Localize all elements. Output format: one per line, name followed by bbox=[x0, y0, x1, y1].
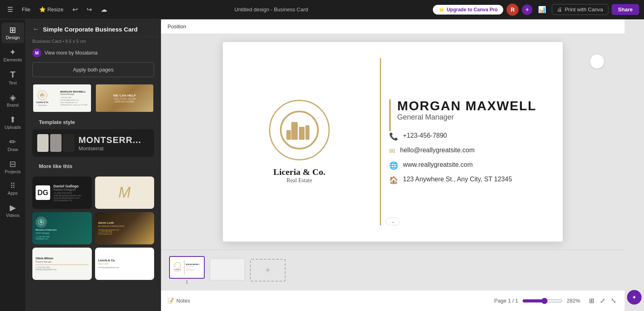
swatch-mid bbox=[50, 134, 61, 152]
resize-button[interactable]: ⭐ Resize bbox=[37, 5, 66, 14]
uploads-icon: ⬆ bbox=[9, 116, 16, 124]
thumb-logo bbox=[174, 262, 181, 269]
back-button[interactable]: ← bbox=[32, 25, 40, 34]
thumb-tagline: Real Estate bbox=[175, 271, 180, 272]
sidebar-item-uploads[interactable]: ⬆ Uploads bbox=[2, 112, 24, 133]
menu-button[interactable]: ☰ bbox=[5, 4, 15, 15]
share-button[interactable]: Share bbox=[612, 4, 639, 15]
more-card-teal[interactable]: Mariana Anderson UI/UX Designer +1-234-4… bbox=[32, 212, 92, 244]
card-logo-circle bbox=[269, 100, 330, 160]
card-olivia-title: Property Manager bbox=[36, 261, 89, 263]
apps-icon: ⠿ bbox=[10, 182, 15, 189]
magic-fab-button[interactable]: ✦ bbox=[627, 290, 642, 305]
sidebar-item-elements[interactable]: ✦ Elements bbox=[2, 45, 24, 65]
sidebar-item-brand[interactable]: ◈ Brand bbox=[2, 90, 24, 111]
preview-front-card: Liceria & Co. Real Estate MORGAN MAXWELL… bbox=[33, 84, 91, 112]
preview-phone: +123-456-7890 bbox=[60, 97, 71, 99]
draw-icon: ✏ bbox=[9, 138, 16, 146]
preview-card-front[interactable]: Liceria & Co. Real Estate MORGAN MAXWELL… bbox=[32, 84, 92, 113]
view-buttons: ⊞ ⤢ ⤡ bbox=[587, 296, 618, 305]
sidebar-item-draw-label: Draw bbox=[8, 147, 18, 152]
thumbnail-page-1[interactable]: Liceria & Co. Real Estate MORGAN MAXWELL… bbox=[169, 256, 205, 284]
plus-button[interactable]: + bbox=[522, 4, 532, 15]
projects-icon: ⊟ bbox=[9, 160, 16, 168]
more-card-dg[interactable]: DG Daniel Gallego Fashion Designer +1-23… bbox=[32, 177, 92, 209]
redo-button[interactable]: ↪ bbox=[84, 4, 94, 15]
fullscreen-button[interactable]: ⤡ bbox=[609, 296, 618, 305]
sidebar-item-uploads-label: Uploads bbox=[4, 125, 21, 130]
more-card-olivia[interactable]: Olivia Wilson Property Manager +1-234-45… bbox=[32, 248, 92, 280]
more-card-m[interactable]: M bbox=[95, 177, 155, 209]
analytics-button[interactable]: 📊 bbox=[536, 4, 549, 15]
card-gold2-name: Aaron Loeb bbox=[98, 221, 125, 224]
thumb-contact: +123-456-7890 bbox=[186, 268, 201, 269]
thumbnail-page-2[interactable] bbox=[210, 258, 245, 282]
topbar-right: ⭐ Upgrade to Canva Pro R + 📊 🖨 Print wit… bbox=[433, 4, 639, 16]
cloud-save-button[interactable]: ☁ bbox=[98, 4, 110, 15]
print-button[interactable]: 🖨 Print with Canva bbox=[552, 4, 608, 15]
brand-icon: ◈ bbox=[10, 93, 16, 101]
svg-rect-10 bbox=[305, 125, 309, 140]
add-page-button[interactable]: + bbox=[250, 259, 286, 282]
topbar-center: Untitled design - Business Card bbox=[114, 6, 428, 13]
sidebar-item-brand-label: Brand bbox=[7, 103, 19, 107]
card-last-text: Liceria & Co. Real Estate hello@reallygr… bbox=[98, 259, 151, 269]
sidebar-item-design[interactable]: ⊞ Design bbox=[2, 23, 24, 43]
sidebar-item-projects[interactable]: ⊟ Projects bbox=[2, 157, 24, 177]
grid-view-button[interactable]: ⊞ bbox=[587, 296, 596, 305]
web-icon: 🌐 bbox=[389, 161, 398, 170]
right-panel: ✦ bbox=[625, 19, 644, 311]
preview-front-left: Liceria & Co. Real Estate bbox=[36, 90, 49, 106]
more-card-gold-dark[interactable]: Aaron Loeb BUSINESS CONSULTANT hello@rea… bbox=[95, 212, 155, 244]
teal-logo-svg bbox=[38, 219, 44, 225]
notes-label: Notes bbox=[176, 298, 190, 304]
sidebar-item-projects-label: Projects bbox=[5, 169, 21, 174]
contact-row-address: 🏠 123 Anywhere St., Any City, ST 12345 bbox=[389, 175, 551, 185]
thumb-email: hello@reallygreatsite.com bbox=[186, 269, 201, 270]
canvas-toolbar: Position bbox=[161, 19, 625, 34]
sidebar-item-draw[interactable]: ✏ Draw bbox=[2, 134, 24, 155]
zoom-slider[interactable] bbox=[522, 298, 563, 304]
canvas-container: Position ↻ bbox=[161, 19, 644, 311]
card-vertical-divider bbox=[380, 58, 381, 225]
expand-button[interactable]: ⤢ bbox=[598, 296, 607, 305]
thumb-inner: Liceria & Co. Real Estate MORGAN MAXWELL… bbox=[171, 257, 203, 277]
email-icon: ✉ bbox=[389, 147, 395, 156]
sidebar-item-text-label: Text bbox=[8, 80, 17, 85]
address-text: 123 Anywhere St., Any City, ST 12345 bbox=[403, 175, 512, 184]
card-gold2-content: Aaron Loeb BUSINESS CONSULTANT hello@rea… bbox=[95, 212, 155, 244]
business-card[interactable]: Liceria & Co. Real Estate MORGAN MAXWELL… bbox=[223, 42, 563, 242]
hide-panel-button[interactable]: ⌄ bbox=[386, 218, 400, 225]
undo-button[interactable]: ↩ bbox=[70, 4, 80, 15]
sidebar-item-apps[interactable]: ⠿ Apps bbox=[2, 179, 24, 199]
avatar[interactable]: R bbox=[506, 4, 519, 16]
preview-email: hello@reallygreatsite.com bbox=[60, 99, 79, 101]
more-section-label: More like this bbox=[32, 163, 154, 173]
svg-rect-7 bbox=[291, 122, 298, 140]
card-dg-contact: +1-234-578-9010hello@reallygreatsite.com… bbox=[53, 192, 89, 202]
apply-both-pages-button[interactable]: Apply both pages bbox=[32, 62, 154, 77]
author-link[interactable]: View more by Mosalama bbox=[44, 50, 97, 56]
main-layout: ⊞ Design ✦ Elements T Text ◈ Brand ⬆ Upl… bbox=[0, 19, 644, 311]
svg-rect-6 bbox=[42, 221, 42, 223]
font-name-big: MONTSERR... bbox=[78, 135, 149, 145]
more-card-last[interactable]: Liceria & Co. Real Estate hello@reallygr… bbox=[95, 248, 155, 280]
sidebar-item-videos[interactable]: ▶ Videos bbox=[2, 200, 24, 221]
thumb-web: www.reallygreatsite.com bbox=[186, 270, 201, 271]
upgrade-button[interactable]: ⭐ Upgrade to Canva Pro bbox=[433, 5, 503, 15]
preview-card-back[interactable]: WE CAN HELP YOU FIND YOUR DREAM HOME bbox=[95, 84, 155, 113]
thumb-company: Liceria & Co. bbox=[174, 269, 181, 271]
canvas-refresh-button[interactable]: ↻ bbox=[590, 54, 604, 69]
notes-button[interactable]: 📝 Notes bbox=[167, 298, 190, 304]
bottom-right: Page 1 / 1 282% ⊞ ⤢ ⤡ bbox=[494, 296, 618, 305]
canvas-scroll[interactable]: ↻ bbox=[161, 34, 625, 250]
font-name-label: Montserrat bbox=[78, 145, 149, 151]
refresh-icon: ↻ bbox=[595, 58, 600, 65]
file-menu[interactable]: File bbox=[19, 5, 33, 14]
sidebar-item-text[interactable]: T Text bbox=[2, 67, 24, 88]
card-olivia-divider bbox=[36, 265, 89, 265]
card-teal-name: Mariana Anderson bbox=[36, 229, 57, 231]
contact-row-phone: 📞 +123-456-7890 bbox=[389, 131, 551, 141]
thumb-job: General Manager bbox=[186, 266, 201, 267]
font-preview[interactable]: MONTSERR... Montserrat bbox=[32, 129, 154, 157]
